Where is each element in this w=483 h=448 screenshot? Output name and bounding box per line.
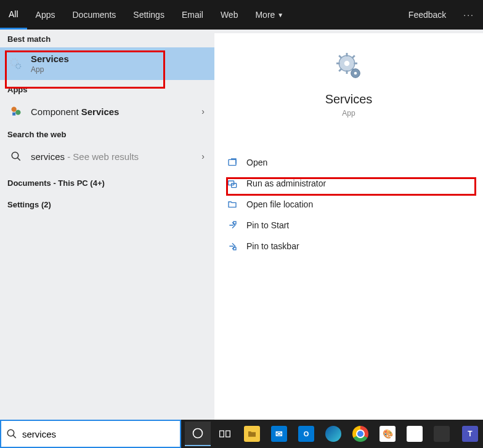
feedback-link[interactable]: Feedback	[400, 10, 455, 20]
taskbar-app[interactable]	[429, 422, 455, 446]
taskbar-cortana[interactable]	[185, 422, 211, 446]
action-label: Run as administrator	[246, 178, 326, 188]
action-pin-to-taskbar[interactable]: Pin to taskbar	[214, 236, 483, 257]
svg-rect-23	[233, 247, 236, 250]
search-box[interactable]	[0, 420, 181, 448]
pin-icon	[227, 220, 238, 231]
tab-label: Apps	[36, 10, 55, 20]
svg-point-8	[344, 61, 350, 66]
taskbar-task-view[interactable]	[212, 422, 238, 446]
tab-label: More	[255, 10, 275, 20]
action-label: Open file location	[246, 199, 313, 209]
tab-label: Documents	[72, 10, 116, 20]
action-label: Pin to Start	[246, 220, 289, 230]
search-input[interactable]	[22, 421, 180, 447]
services-icon	[9, 57, 23, 71]
section-apps: Apps	[0, 80, 214, 98]
preview-title: Services	[325, 92, 373, 106]
tab-email[interactable]: Email	[173, 0, 212, 30]
taskbar-mail[interactable]: ✉	[266, 422, 292, 446]
svg-point-1	[16, 64, 20, 68]
svg-point-3	[15, 110, 20, 115]
taskbar-file-explorer[interactable]	[239, 422, 265, 446]
open-icon	[227, 157, 238, 168]
web-result[interactable]: services - See web results ›	[0, 143, 214, 170]
section-best-match: Best match	[0, 30, 214, 47]
overflow-menu[interactable]: ···	[455, 10, 483, 20]
taskbar-outlook[interactable]: O	[293, 422, 319, 446]
section-search-web: Search the web	[0, 125, 214, 143]
svg-point-2	[12, 107, 17, 112]
tab-more[interactable]: More▼	[246, 0, 292, 30]
tab-all[interactable]: All	[0, 0, 27, 30]
result-title: Services	[31, 54, 69, 64]
actions-list: Open Run as administrator Open file loca…	[214, 152, 483, 257]
action-open-file-location[interactable]: Open file location	[214, 194, 483, 215]
svg-rect-28	[226, 431, 230, 437]
tab-web[interactable]: Web	[212, 0, 247, 30]
action-label: Open	[246, 158, 267, 167]
tab-settings[interactable]: Settings	[124, 0, 173, 30]
svg-point-5	[12, 152, 18, 159]
action-run-as-admin[interactable]: Run as administrator	[214, 173, 483, 194]
filter-tabs-bar: All Apps Documents Settings Email Web Mo…	[0, 0, 483, 30]
svg-point-24	[7, 430, 14, 436]
svg-point-26	[193, 429, 203, 438]
taskbar-paint[interactable]: 🎨	[375, 422, 400, 446]
action-pin-to-start[interactable]: Pin to Start	[214, 215, 483, 236]
taskbar-teams[interactable]: T	[457, 422, 483, 446]
section-documents[interactable]: Documents - This PC (4+)	[0, 170, 214, 191]
tab-label: Email	[182, 10, 203, 20]
svg-line-13	[339, 55, 341, 58]
result-subtitle: App	[31, 65, 69, 74]
tab-documents[interactable]: Documents	[63, 0, 124, 30]
tab-label: Settings	[133, 10, 164, 20]
svg-rect-4	[12, 113, 15, 116]
best-match-result[interactable]: Services App	[0, 47, 214, 80]
search-icon	[1, 428, 22, 439]
taskbar-edge[interactable]	[320, 422, 346, 446]
preview-panel: Services App Open Run as administrator O…	[214, 30, 483, 420]
taskbar-chrome[interactable]	[347, 422, 373, 446]
chevron-right-icon: ›	[201, 151, 205, 161]
svg-rect-19	[229, 159, 236, 165]
feedback-label: Feedback	[408, 10, 446, 20]
folder-icon	[227, 199, 238, 210]
taskbar-snipping-tool[interactable]: ✂	[402, 422, 428, 446]
pin-icon	[227, 241, 238, 252]
tab-label: All	[9, 9, 18, 19]
component-services-icon	[9, 104, 23, 119]
admin-icon	[227, 178, 238, 189]
result-title: services - See web results	[31, 151, 139, 162]
app-result-component-services[interactable]: Component Services ›	[0, 98, 214, 125]
services-large-icon	[334, 52, 363, 81]
svg-point-18	[354, 72, 357, 75]
svg-rect-22	[233, 222, 236, 224]
chevron-right-icon: ›	[201, 106, 205, 116]
results-panel: Best match Services App Apps Component S…	[0, 30, 214, 420]
result-title: Component Services	[31, 106, 119, 117]
action-open[interactable]: Open	[214, 152, 483, 173]
svg-line-16	[352, 55, 355, 58]
tab-apps[interactable]: Apps	[27, 0, 64, 30]
tab-label: Web	[221, 10, 238, 20]
svg-line-6	[17, 158, 20, 161]
preview-subtitle: App	[342, 109, 355, 118]
taskbar: ✉ O 🎨 ✂ T	[181, 420, 483, 448]
svg-line-25	[13, 435, 16, 438]
action-label: Pin to taskbar	[246, 241, 299, 251]
section-settings[interactable]: Settings (2)	[0, 191, 214, 213]
chevron-down-icon: ▼	[277, 12, 283, 18]
svg-rect-27	[220, 431, 224, 437]
svg-line-15	[339, 69, 341, 71]
search-icon	[9, 149, 23, 164]
